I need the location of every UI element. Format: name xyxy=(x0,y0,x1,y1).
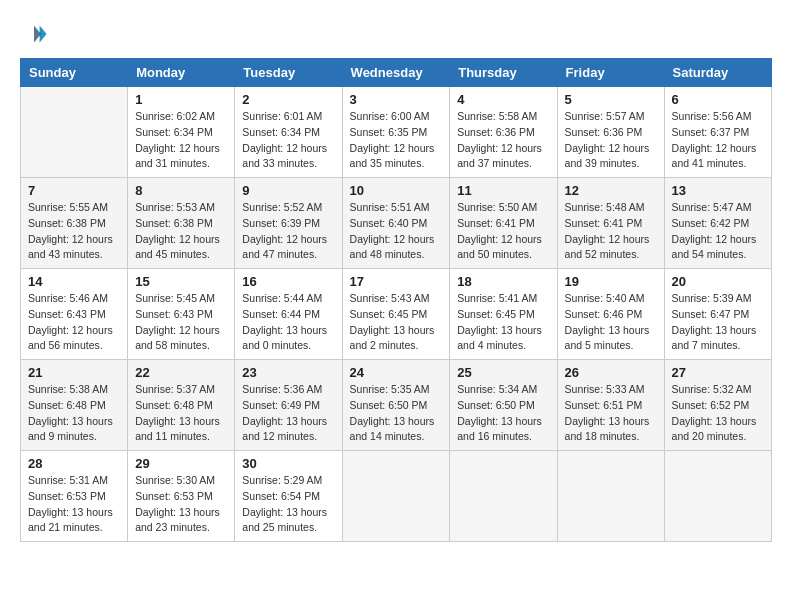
day-info: Sunrise: 5:38 AM Sunset: 6:48 PM Dayligh… xyxy=(28,382,120,445)
calendar-cell: 15Sunrise: 5:45 AM Sunset: 6:43 PM Dayli… xyxy=(128,269,235,360)
day-number: 4 xyxy=(457,92,549,107)
day-info: Sunrise: 5:58 AM Sunset: 6:36 PM Dayligh… xyxy=(457,109,549,172)
day-number: 3 xyxy=(350,92,443,107)
calendar-cell: 3Sunrise: 6:00 AM Sunset: 6:35 PM Daylig… xyxy=(342,87,450,178)
day-info: Sunrise: 5:56 AM Sunset: 6:37 PM Dayligh… xyxy=(672,109,764,172)
calendar-cell: 21Sunrise: 5:38 AM Sunset: 6:48 PM Dayli… xyxy=(21,360,128,451)
day-info: Sunrise: 5:55 AM Sunset: 6:38 PM Dayligh… xyxy=(28,200,120,263)
page-header xyxy=(20,20,772,48)
calendar-cell: 17Sunrise: 5:43 AM Sunset: 6:45 PM Dayli… xyxy=(342,269,450,360)
day-number: 1 xyxy=(135,92,227,107)
day-number: 5 xyxy=(565,92,657,107)
day-number: 2 xyxy=(242,92,334,107)
calendar-cell: 4Sunrise: 5:58 AM Sunset: 6:36 PM Daylig… xyxy=(450,87,557,178)
calendar-table: SundayMondayTuesdayWednesdayThursdayFrid… xyxy=(20,58,772,542)
day-number: 7 xyxy=(28,183,120,198)
day-number: 29 xyxy=(135,456,227,471)
calendar-cell: 26Sunrise: 5:33 AM Sunset: 6:51 PM Dayli… xyxy=(557,360,664,451)
calendar-cell xyxy=(557,451,664,542)
day-info: Sunrise: 5:33 AM Sunset: 6:51 PM Dayligh… xyxy=(565,382,657,445)
column-header-tuesday: Tuesday xyxy=(235,59,342,87)
day-number: 22 xyxy=(135,365,227,380)
day-info: Sunrise: 5:32 AM Sunset: 6:52 PM Dayligh… xyxy=(672,382,764,445)
day-info: Sunrise: 5:31 AM Sunset: 6:53 PM Dayligh… xyxy=(28,473,120,536)
calendar-cell: 24Sunrise: 5:35 AM Sunset: 6:50 PM Dayli… xyxy=(342,360,450,451)
day-info: Sunrise: 5:36 AM Sunset: 6:49 PM Dayligh… xyxy=(242,382,334,445)
day-number: 28 xyxy=(28,456,120,471)
calendar-cell: 25Sunrise: 5:34 AM Sunset: 6:50 PM Dayli… xyxy=(450,360,557,451)
day-info: Sunrise: 5:34 AM Sunset: 6:50 PM Dayligh… xyxy=(457,382,549,445)
day-number: 16 xyxy=(242,274,334,289)
day-number: 13 xyxy=(672,183,764,198)
logo-icon xyxy=(20,20,48,48)
column-header-saturday: Saturday xyxy=(664,59,771,87)
day-number: 14 xyxy=(28,274,120,289)
calendar-cell: 1Sunrise: 6:02 AM Sunset: 6:34 PM Daylig… xyxy=(128,87,235,178)
day-info: Sunrise: 6:02 AM Sunset: 6:34 PM Dayligh… xyxy=(135,109,227,172)
calendar-cell: 22Sunrise: 5:37 AM Sunset: 6:48 PM Dayli… xyxy=(128,360,235,451)
calendar-cell: 30Sunrise: 5:29 AM Sunset: 6:54 PM Dayli… xyxy=(235,451,342,542)
day-info: Sunrise: 5:30 AM Sunset: 6:53 PM Dayligh… xyxy=(135,473,227,536)
day-number: 9 xyxy=(242,183,334,198)
day-info: Sunrise: 6:00 AM Sunset: 6:35 PM Dayligh… xyxy=(350,109,443,172)
day-info: Sunrise: 5:39 AM Sunset: 6:47 PM Dayligh… xyxy=(672,291,764,354)
calendar-cell: 23Sunrise: 5:36 AM Sunset: 6:49 PM Dayli… xyxy=(235,360,342,451)
logo xyxy=(20,20,52,48)
calendar-week-row: 1Sunrise: 6:02 AM Sunset: 6:34 PM Daylig… xyxy=(21,87,772,178)
calendar-cell: 12Sunrise: 5:48 AM Sunset: 6:41 PM Dayli… xyxy=(557,178,664,269)
day-number: 11 xyxy=(457,183,549,198)
column-header-friday: Friday xyxy=(557,59,664,87)
calendar-cell xyxy=(21,87,128,178)
day-number: 26 xyxy=(565,365,657,380)
calendar-week-row: 21Sunrise: 5:38 AM Sunset: 6:48 PM Dayli… xyxy=(21,360,772,451)
day-info: Sunrise: 5:57 AM Sunset: 6:36 PM Dayligh… xyxy=(565,109,657,172)
day-number: 10 xyxy=(350,183,443,198)
calendar-cell: 19Sunrise: 5:40 AM Sunset: 6:46 PM Dayli… xyxy=(557,269,664,360)
day-number: 30 xyxy=(242,456,334,471)
calendar-cell: 8Sunrise: 5:53 AM Sunset: 6:38 PM Daylig… xyxy=(128,178,235,269)
day-info: Sunrise: 5:52 AM Sunset: 6:39 PM Dayligh… xyxy=(242,200,334,263)
day-number: 27 xyxy=(672,365,764,380)
day-number: 19 xyxy=(565,274,657,289)
calendar-cell: 9Sunrise: 5:52 AM Sunset: 6:39 PM Daylig… xyxy=(235,178,342,269)
day-number: 20 xyxy=(672,274,764,289)
calendar-cell: 16Sunrise: 5:44 AM Sunset: 6:44 PM Dayli… xyxy=(235,269,342,360)
day-number: 12 xyxy=(565,183,657,198)
day-info: Sunrise: 5:46 AM Sunset: 6:43 PM Dayligh… xyxy=(28,291,120,354)
calendar-header-row: SundayMondayTuesdayWednesdayThursdayFrid… xyxy=(21,59,772,87)
calendar-cell: 6Sunrise: 5:56 AM Sunset: 6:37 PM Daylig… xyxy=(664,87,771,178)
calendar-cell xyxy=(450,451,557,542)
column-header-monday: Monday xyxy=(128,59,235,87)
day-number: 17 xyxy=(350,274,443,289)
calendar-cell: 27Sunrise: 5:32 AM Sunset: 6:52 PM Dayli… xyxy=(664,360,771,451)
column-header-thursday: Thursday xyxy=(450,59,557,87)
calendar-week-row: 7Sunrise: 5:55 AM Sunset: 6:38 PM Daylig… xyxy=(21,178,772,269)
day-info: Sunrise: 6:01 AM Sunset: 6:34 PM Dayligh… xyxy=(242,109,334,172)
column-header-sunday: Sunday xyxy=(21,59,128,87)
day-info: Sunrise: 5:40 AM Sunset: 6:46 PM Dayligh… xyxy=(565,291,657,354)
day-info: Sunrise: 5:53 AM Sunset: 6:38 PM Dayligh… xyxy=(135,200,227,263)
calendar-cell: 14Sunrise: 5:46 AM Sunset: 6:43 PM Dayli… xyxy=(21,269,128,360)
day-number: 21 xyxy=(28,365,120,380)
day-info: Sunrise: 5:48 AM Sunset: 6:41 PM Dayligh… xyxy=(565,200,657,263)
day-number: 24 xyxy=(350,365,443,380)
calendar-week-row: 14Sunrise: 5:46 AM Sunset: 6:43 PM Dayli… xyxy=(21,269,772,360)
day-info: Sunrise: 5:29 AM Sunset: 6:54 PM Dayligh… xyxy=(242,473,334,536)
calendar-week-row: 28Sunrise: 5:31 AM Sunset: 6:53 PM Dayli… xyxy=(21,451,772,542)
calendar-cell: 20Sunrise: 5:39 AM Sunset: 6:47 PM Dayli… xyxy=(664,269,771,360)
calendar-cell: 28Sunrise: 5:31 AM Sunset: 6:53 PM Dayli… xyxy=(21,451,128,542)
column-header-wednesday: Wednesday xyxy=(342,59,450,87)
calendar-cell: 10Sunrise: 5:51 AM Sunset: 6:40 PM Dayli… xyxy=(342,178,450,269)
day-info: Sunrise: 5:37 AM Sunset: 6:48 PM Dayligh… xyxy=(135,382,227,445)
day-number: 8 xyxy=(135,183,227,198)
calendar-cell: 2Sunrise: 6:01 AM Sunset: 6:34 PM Daylig… xyxy=(235,87,342,178)
calendar-cell: 13Sunrise: 5:47 AM Sunset: 6:42 PM Dayli… xyxy=(664,178,771,269)
day-number: 6 xyxy=(672,92,764,107)
day-info: Sunrise: 5:35 AM Sunset: 6:50 PM Dayligh… xyxy=(350,382,443,445)
calendar-cell xyxy=(664,451,771,542)
calendar-cell xyxy=(342,451,450,542)
day-info: Sunrise: 5:45 AM Sunset: 6:43 PM Dayligh… xyxy=(135,291,227,354)
day-info: Sunrise: 5:47 AM Sunset: 6:42 PM Dayligh… xyxy=(672,200,764,263)
day-info: Sunrise: 5:50 AM Sunset: 6:41 PM Dayligh… xyxy=(457,200,549,263)
calendar-cell: 11Sunrise: 5:50 AM Sunset: 6:41 PM Dayli… xyxy=(450,178,557,269)
